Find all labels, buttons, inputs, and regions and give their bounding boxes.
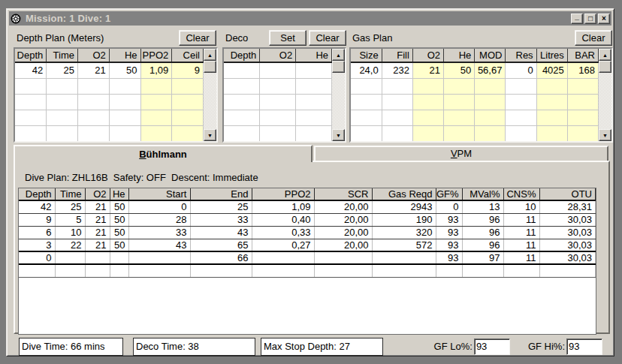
cell[interactable]	[78, 94, 110, 110]
cell[interactable]	[15, 125, 47, 141]
cell[interactable]: 21	[412, 62, 443, 78]
cell[interactable]	[260, 125, 296, 141]
cell[interactable]	[567, 94, 598, 110]
maximize-button[interactable]: □	[584, 14, 596, 24]
cell[interactable]	[224, 110, 260, 125]
cell[interactable]	[172, 78, 204, 94]
cell[interactable]	[506, 125, 536, 141]
cell[interactable]	[172, 125, 204, 141]
scrollbar-thumb[interactable]	[332, 61, 345, 73]
cell[interactable]	[260, 94, 296, 110]
cell[interactable]	[536, 110, 567, 125]
cell[interactable]	[444, 125, 475, 141]
scroll-up-icon[interactable]: ▲	[204, 49, 216, 61]
cell[interactable]	[260, 78, 296, 94]
depth-plan-clear-button[interactable]: Clear	[179, 30, 216, 46]
minimize-button[interactable]: _	[571, 14, 583, 24]
cell[interactable]	[224, 125, 260, 141]
cell[interactable]	[296, 62, 332, 78]
cell[interactable]	[412, 94, 443, 110]
cell[interactable]	[140, 94, 172, 110]
cell[interactable]	[296, 94, 332, 110]
scrollbar-track[interactable]	[599, 73, 611, 129]
cell[interactable]: 50	[109, 62, 140, 78]
tab-vpm[interactable]: VPM	[314, 146, 608, 161]
cell[interactable]	[536, 94, 567, 110]
cell[interactable]	[382, 110, 412, 125]
cell[interactable]	[351, 78, 382, 94]
cell[interactable]	[47, 94, 78, 110]
tab-buhlmann[interactable]: Bühlmann	[14, 145, 313, 162]
cell[interactable]	[475, 78, 506, 94]
cell[interactable]	[444, 94, 475, 110]
cell[interactable]	[536, 78, 567, 94]
cell[interactable]	[47, 125, 78, 141]
gf-hi-input[interactable]	[566, 338, 602, 355]
cell[interactable]	[109, 78, 140, 94]
cell[interactable]	[567, 78, 598, 94]
cell[interactable]: 24,0	[351, 62, 382, 78]
cell[interactable]	[412, 78, 443, 94]
cell[interactable]	[351, 94, 382, 110]
cell[interactable]	[444, 78, 475, 94]
cell[interactable]	[109, 94, 140, 110]
cell[interactable]	[506, 110, 536, 125]
scroll-down-icon[interactable]: ▼	[204, 129, 216, 141]
cell[interactable]	[15, 94, 47, 110]
cell[interactable]	[172, 94, 204, 110]
cell[interactable]	[140, 110, 172, 125]
deco-clear-button[interactable]: Clear	[309, 30, 346, 46]
cell[interactable]	[351, 125, 382, 141]
cell[interactable]	[412, 125, 443, 141]
cell[interactable]	[382, 78, 412, 94]
cell[interactable]	[296, 78, 332, 94]
deco-set-button[interactable]: Set	[269, 30, 306, 46]
cell[interactable]	[351, 110, 382, 125]
gas-plan-clear-button[interactable]: Clear	[575, 30, 612, 46]
cell[interactable]: 50	[444, 62, 475, 78]
title-bar[interactable]: Mission: 1 Dive: 1 _ □ ×	[9, 11, 611, 26]
depth-plan-scrollbar[interactable]: ▲ ▼	[204, 49, 216, 141]
scroll-up-icon[interactable]: ▲	[332, 49, 345, 61]
cell[interactable]	[140, 125, 172, 141]
scroll-up-icon[interactable]: ▲	[599, 49, 611, 61]
cell[interactable]	[475, 125, 506, 141]
cell[interactable]	[296, 110, 332, 125]
cell[interactable]	[78, 110, 110, 125]
cell[interactable]	[78, 125, 110, 141]
scroll-down-icon[interactable]: ▼	[332, 129, 345, 141]
cell[interactable]	[224, 78, 260, 94]
cell[interactable]	[475, 94, 506, 110]
cell[interactable]	[260, 110, 296, 125]
cell[interactable]	[140, 78, 172, 94]
cell[interactable]	[296, 125, 332, 141]
gf-lo-input[interactable]	[474, 338, 510, 355]
cell[interactable]	[224, 62, 260, 78]
cell[interactable]	[412, 110, 443, 125]
cell[interactable]	[224, 94, 260, 110]
cell[interactable]: 9	[172, 62, 204, 78]
cell[interactable]	[506, 94, 536, 110]
cell[interactable]	[260, 62, 296, 78]
cell[interactable]	[109, 110, 140, 125]
cell[interactable]	[78, 78, 110, 94]
scrollbar-thumb[interactable]	[599, 61, 611, 73]
cell[interactable]	[567, 110, 598, 125]
cell[interactable]: 42	[15, 62, 47, 78]
cell[interactable]: 56,67	[475, 62, 506, 78]
cell[interactable]	[382, 94, 412, 110]
scroll-down-icon[interactable]: ▼	[599, 129, 611, 141]
cell[interactable]: 21	[78, 62, 110, 78]
deco-scrollbar[interactable]: ▲ ▼	[332, 49, 345, 141]
cell[interactable]	[444, 110, 475, 125]
cell[interactable]: 1,09	[140, 62, 172, 78]
cell[interactable]	[382, 125, 412, 141]
gas-plan-scrollbar[interactable]: ▲ ▼	[599, 49, 611, 141]
cell[interactable]: 168	[567, 62, 598, 78]
cell[interactable]	[47, 110, 78, 125]
cell[interactable]	[567, 125, 598, 141]
cell[interactable]	[109, 125, 140, 141]
cell[interactable]	[15, 110, 47, 125]
scrollbar-thumb[interactable]	[204, 61, 216, 73]
cell[interactable]: 25	[47, 62, 78, 78]
